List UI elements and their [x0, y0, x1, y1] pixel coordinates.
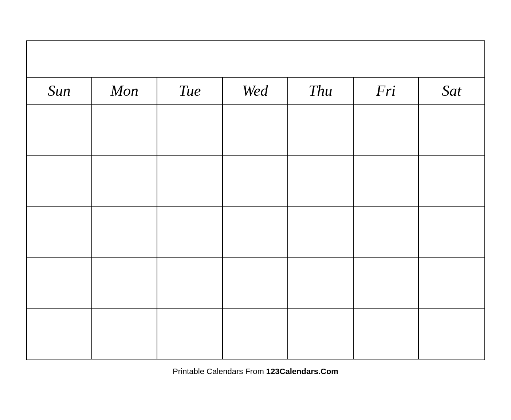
cell-2-7 — [419, 156, 484, 206]
cell-5-4 — [223, 309, 288, 359]
cell-3-7 — [419, 207, 484, 257]
cell-1-2 — [92, 105, 157, 155]
cell-1-3 — [157, 105, 223, 155]
cell-4-1 — [27, 258, 92, 308]
cell-5-7 — [419, 309, 484, 359]
calendar-row-4 — [27, 258, 484, 309]
cell-5-6 — [354, 309, 419, 359]
cell-2-2 — [92, 156, 157, 206]
cell-4-3 — [157, 258, 223, 308]
calendar-wrapper: Sun Mon Tue Wed Thu Fri Sat — [26, 40, 485, 360]
footer: Printable Calendars From 123Calendars.Co… — [26, 360, 485, 380]
cell-3-4 — [223, 207, 288, 257]
header-row: Sun Mon Tue Wed Thu Fri Sat — [27, 78, 484, 105]
header-mon: Mon — [92, 78, 157, 104]
cell-4-4 — [223, 258, 288, 308]
cell-1-6 — [354, 105, 419, 155]
cell-5-1 — [27, 309, 92, 359]
title-row — [27, 41, 484, 78]
cell-3-3 — [157, 207, 223, 257]
cell-1-7 — [419, 105, 484, 155]
header-thu: Thu — [288, 78, 353, 104]
cell-2-4 — [223, 156, 288, 206]
cell-2-3 — [157, 156, 223, 206]
cell-4-2 — [92, 258, 157, 308]
header-wed: Wed — [223, 78, 288, 104]
footer-text: Printable Calendars From — [173, 367, 266, 376]
page-container: Sun Mon Tue Wed Thu Fri Sat — [19, 33, 492, 387]
cell-1-5 — [288, 105, 353, 155]
cell-3-1 — [27, 207, 92, 257]
cell-2-6 — [354, 156, 419, 206]
calendar-row-5 — [27, 309, 484, 360]
cell-4-7 — [419, 258, 484, 308]
cell-3-2 — [92, 207, 157, 257]
cell-3-6 — [354, 207, 419, 257]
header-sun: Sun — [27, 78, 92, 104]
cell-3-5 — [288, 207, 353, 257]
cell-4-6 — [354, 258, 419, 308]
cell-2-1 — [27, 156, 92, 206]
cell-2-5 — [288, 156, 353, 206]
cell-5-2 — [92, 309, 157, 359]
header-tue: Tue — [157, 78, 223, 104]
cell-5-3 — [157, 309, 223, 359]
calendar-row-2 — [27, 156, 484, 207]
calendar-row-1 — [27, 105, 484, 156]
cell-4-5 — [288, 258, 353, 308]
cell-1-1 — [27, 105, 92, 155]
header-fri: Fri — [354, 78, 419, 104]
cell-1-4 — [223, 105, 288, 155]
header-sat: Sat — [419, 78, 484, 104]
footer-brand: 123Calendars.Com — [266, 367, 338, 376]
calendar-row-3 — [27, 207, 484, 258]
cell-5-5 — [288, 309, 353, 359]
calendar-grid — [27, 105, 484, 360]
